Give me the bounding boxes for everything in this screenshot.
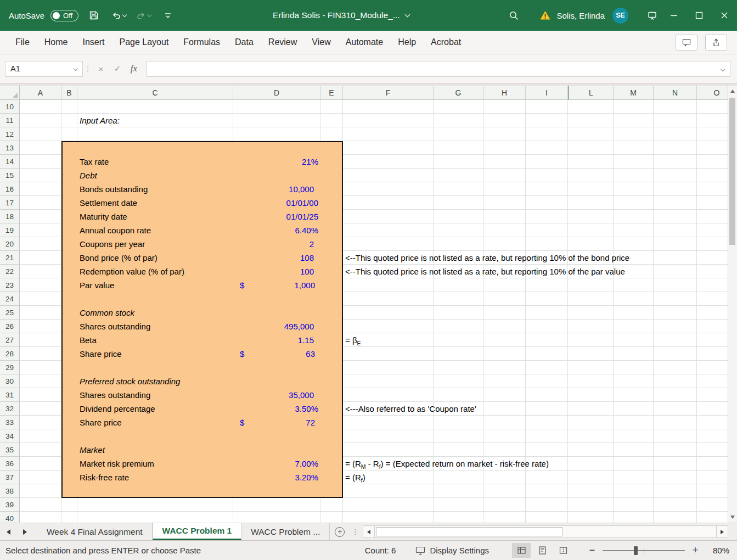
cell-C21[interactable]: Bond price (% of par) bbox=[80, 251, 157, 265]
row-header-13[interactable]: 13 bbox=[0, 141, 20, 155]
cell-D28[interactable]: $63 bbox=[233, 347, 315, 361]
row-header-15[interactable]: 15 bbox=[0, 169, 20, 182]
name-box[interactable]: A1 bbox=[5, 61, 83, 77]
undo-button[interactable] bbox=[109, 6, 128, 25]
add-sheet-button[interactable]: + bbox=[330, 523, 350, 540]
zoom-slider-thumb[interactable] bbox=[634, 546, 638, 555]
column-header-E[interactable]: E bbox=[320, 86, 343, 100]
maximize-button[interactable] bbox=[687, 0, 712, 31]
cell-F37[interactable]: = (Rf) bbox=[345, 471, 365, 484]
cell-C18[interactable]: Maturity date bbox=[80, 210, 127, 223]
cell-C36[interactable]: Market risk premium bbox=[80, 457, 154, 471]
row-header-28[interactable]: 28 bbox=[0, 347, 20, 361]
cell-C32[interactable]: Dividend percentage bbox=[80, 402, 155, 416]
row-header-26[interactable]: 26 bbox=[0, 320, 20, 333]
column-header-L[interactable]: L bbox=[568, 86, 614, 100]
close-button[interactable] bbox=[712, 0, 737, 31]
cell-C33[interactable]: Share price bbox=[80, 416, 122, 429]
row-header-17[interactable]: 17 bbox=[0, 196, 20, 210]
column-header-C[interactable]: C bbox=[77, 86, 233, 100]
row-header-21[interactable]: 21 bbox=[0, 251, 20, 265]
ribbon-tab-page-layout[interactable]: Page Layout bbox=[119, 37, 168, 47]
column-header-G[interactable]: G bbox=[434, 86, 483, 100]
ribbon-tab-home[interactable]: Home bbox=[44, 37, 68, 47]
sheet-nav-right-button[interactable] bbox=[16, 523, 33, 540]
cell-D23[interactable]: $1,000 bbox=[233, 278, 315, 292]
row-header-29[interactable]: 29 bbox=[0, 361, 20, 374]
cell-C28[interactable]: Share price bbox=[80, 347, 122, 361]
row-header-38[interactable]: 38 bbox=[0, 484, 20, 498]
row-header-23[interactable]: 23 bbox=[0, 278, 20, 292]
status-count[interactable]: Count: 6 bbox=[365, 546, 396, 555]
cell-D37[interactable]: 3.20% bbox=[233, 471, 318, 484]
row-header-39[interactable]: 39 bbox=[0, 498, 20, 512]
cell-D31[interactable]: 35,000 bbox=[233, 388, 314, 402]
scroll-left-button[interactable] bbox=[363, 525, 375, 538]
row-header-18[interactable]: 18 bbox=[0, 210, 20, 223]
row-header-33[interactable]: 33 bbox=[0, 416, 20, 429]
sheet-tab-wacc-problem[interactable]: WACC Problem ... bbox=[241, 523, 330, 540]
redo-button[interactable] bbox=[134, 6, 153, 25]
cell-F36[interactable]: = (RM - Rf) = (Expected return on market… bbox=[345, 457, 549, 471]
cell-D27[interactable]: 1.15 bbox=[233, 333, 314, 347]
column-header-N[interactable]: N bbox=[654, 86, 697, 100]
cell-C17[interactable]: Settlement date bbox=[80, 196, 137, 210]
scroll-down-button[interactable] bbox=[728, 512, 737, 523]
cell-C15[interactable]: Debt bbox=[80, 169, 97, 182]
cell-C27[interactable]: Beta bbox=[80, 333, 97, 347]
column-header-H[interactable]: H bbox=[483, 86, 526, 100]
cell-C30[interactable]: Preferred stock outstanding bbox=[80, 374, 180, 388]
vertical-scrollbar[interactable] bbox=[728, 86, 737, 523]
formula-bar-handle[interactable]: ⋮ bbox=[83, 65, 93, 73]
cell-C23[interactable]: Par value bbox=[80, 278, 114, 292]
cell-C35[interactable]: Market bbox=[80, 443, 105, 457]
customize-toolbar-button[interactable] bbox=[159, 6, 177, 25]
display-settings-button[interactable]: Display Settings bbox=[415, 546, 489, 555]
cell-D18[interactable]: 01/01/25 bbox=[233, 210, 318, 223]
row-header-37[interactable]: 37 bbox=[0, 471, 20, 484]
user-name[interactable]: Solis, Erlinda bbox=[556, 11, 605, 20]
cell-C20[interactable]: Coupons per year bbox=[80, 237, 145, 251]
row-header-27[interactable]: 27 bbox=[0, 333, 20, 347]
ribbon-display-options-button[interactable] bbox=[643, 6, 661, 25]
cell-D36[interactable]: 7.00% bbox=[233, 457, 318, 471]
ribbon-tab-view[interactable]: View bbox=[312, 37, 330, 47]
cell-C14[interactable]: Tax rate bbox=[80, 155, 109, 169]
column-header-B[interactable]: B bbox=[61, 86, 77, 100]
cell-F32[interactable]: <---Also referred to as 'Coupon rate' bbox=[345, 402, 476, 416]
ribbon-tab-insert[interactable]: Insert bbox=[82, 37, 104, 47]
horizontal-scroll-thumb[interactable] bbox=[376, 527, 562, 536]
tab-splitter-handle[interactable]: ⋮ bbox=[350, 523, 361, 540]
cell-C26[interactable]: Shares outstanding bbox=[80, 320, 150, 333]
horizontal-scrollbar[interactable] bbox=[363, 525, 728, 538]
page-break-view-button[interactable] bbox=[554, 543, 572, 558]
ribbon-tab-automate[interactable]: Automate bbox=[346, 37, 383, 47]
sheet-tab-week-4-final-assignment[interactable]: Week 4 Final Assignment bbox=[37, 523, 153, 540]
cell-F21[interactable]: <--This quoted price is not listed as a … bbox=[345, 251, 629, 265]
cell-D26[interactable]: 495,000 bbox=[233, 320, 314, 333]
row-header-35[interactable]: 35 bbox=[0, 443, 20, 457]
zoom-level[interactable]: 80% bbox=[706, 546, 729, 555]
select-all-button[interactable] bbox=[0, 86, 20, 100]
zoom-slider[interactable] bbox=[603, 550, 685, 551]
normal-view-button[interactable] bbox=[512, 543, 531, 558]
row-header-10[interactable]: 10 bbox=[0, 100, 20, 114]
row-header-40[interactable]: 40 bbox=[0, 512, 20, 523]
cell-C22[interactable]: Redemption value (% of par) bbox=[80, 265, 184, 278]
row-header-20[interactable]: 20 bbox=[0, 237, 20, 251]
row-header-31[interactable]: 31 bbox=[0, 388, 20, 402]
formula-input[interactable] bbox=[147, 61, 730, 77]
cell-D32[interactable]: 3.50% bbox=[233, 402, 318, 416]
sheet-tab-wacc-problem-1[interactable]: WACC Problem 1 bbox=[153, 523, 242, 540]
cell-D17[interactable]: 01/01/00 bbox=[233, 196, 318, 210]
row-header-36[interactable]: 36 bbox=[0, 457, 20, 471]
ribbon-tab-acrobat[interactable]: Acrobat bbox=[431, 37, 461, 47]
cell-D20[interactable]: 2 bbox=[233, 237, 314, 251]
cell-D21[interactable]: 108 bbox=[233, 251, 314, 265]
cell-C16[interactable]: Bonds outstanding bbox=[80, 182, 148, 196]
cell-C31[interactable]: Shares outstanding bbox=[80, 388, 150, 402]
cell-D14[interactable]: 21% bbox=[233, 155, 318, 169]
ribbon-tab-review[interactable]: Review bbox=[268, 37, 297, 47]
column-header-A[interactable]: A bbox=[20, 86, 61, 100]
cancel-button[interactable]: × bbox=[93, 61, 109, 77]
